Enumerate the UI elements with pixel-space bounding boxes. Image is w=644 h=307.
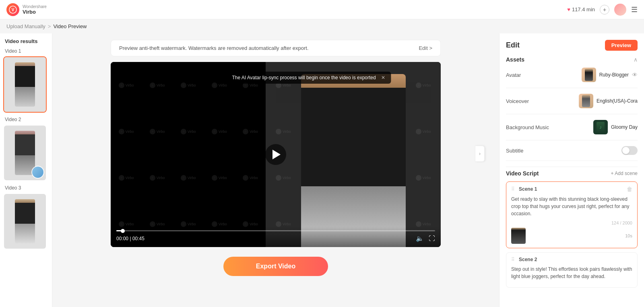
progress-dot: [121, 229, 125, 233]
avatar-label: Avatar: [506, 72, 546, 78]
preview-button[interactable]: Preview: [605, 40, 638, 51]
assets-title: Assets: [506, 56, 524, 63]
voiceover-row: Voiceover English(USA)-Cora: [506, 94, 638, 114]
left-sidebar: Video results Video 1 Video 2 Video 3: [0, 33, 52, 307]
music-value: ♪ Gloomy Day: [593, 120, 638, 134]
time-display: 00:00 | 00:45: [116, 236, 144, 241]
export-video-button[interactable]: Export Video: [223, 257, 328, 276]
assets-collapse-icon[interactable]: ∧: [634, 56, 638, 63]
play-icon: [272, 150, 281, 159]
fullscreen-icon[interactable]: ⛶: [429, 235, 435, 242]
drag-handle-icon[interactable]: ⠿: [511, 186, 515, 192]
panel-collapse-arrow[interactable]: ›: [475, 146, 485, 162]
breadcrumb-current: Video Preview: [53, 23, 87, 29]
time-total: 00:45: [132, 236, 144, 241]
voiceover-thumbnail: [579, 94, 593, 108]
edit-link[interactable]: Edit >: [419, 45, 432, 51]
video-player: ○Virbo ○Virbo ○Virbo ○Virbo ○Virbo ○Virb…: [111, 62, 441, 247]
user-avatar[interactable]: [614, 4, 626, 16]
avatar-visibility-icon[interactable]: 👁: [632, 72, 638, 78]
add-credits-button[interactable]: +: [600, 5, 609, 14]
scene-card-1: ⠿ Scene 1 🗑 Get ready to slay with this …: [506, 181, 638, 248]
video-2-label: Video 2: [3, 117, 49, 122]
subtitle-label: Subtitle: [506, 148, 546, 154]
control-icons: 🔈 ⛶: [416, 235, 435, 242]
scene-1-duration: 10s: [625, 233, 632, 238]
voiceover-value: English(USA)-Cora: [579, 94, 638, 108]
watermark-grid-left: ○Virbo ○Virbo ○Virbo ○Virbo ○Virbo ○Virb…: [111, 62, 266, 247]
scene-1-text: Get ready to slay with this stunning bla…: [511, 196, 632, 217]
script-title: Video Script: [506, 170, 539, 177]
music-name: Gloomy Day: [611, 124, 638, 130]
music-row: Background Music ♪ Gloomy Day: [506, 120, 638, 140]
divider: [506, 167, 638, 167]
avatar-value: Ruby-Blogger 👁: [582, 68, 638, 82]
app-title: Virbo: [23, 9, 47, 15]
menu-button[interactable]: ☰: [631, 5, 638, 14]
svg-text:V: V: [12, 8, 14, 12]
video-dark-panel: ○Virbo ○Virbo ○Virbo ○Virbo ○Virbo ○Virb…: [111, 62, 266, 247]
music-thumbnail: ♪: [593, 120, 608, 134]
video-1-label: Video 1: [3, 48, 49, 54]
tooltip-close-button[interactable]: ✕: [381, 75, 385, 80]
drag-handle-icon-2[interactable]: ⠿: [511, 257, 515, 262]
scene-1-name: Scene 1: [519, 186, 537, 192]
video-figure: [301, 74, 406, 247]
topbar-right: ♥ 117.4 min + ☰: [567, 4, 638, 16]
time-current: 00:00: [116, 236, 128, 241]
heart-icon: ♥: [567, 6, 570, 12]
watermark-notice: Preview anti-theft watermark. Watermarks…: [111, 40, 441, 56]
scene-2-name: Scene 2: [519, 257, 537, 262]
toggle-knob: [622, 147, 630, 154]
controls-row: 00:00 | 00:45 🔈 ⛶: [116, 235, 435, 242]
subtitle-toggle[interactable]: [621, 146, 638, 155]
small-avatar-2: [32, 167, 43, 178]
sidebar-title: Video results: [3, 38, 49, 44]
center-content: Preview anti-theft watermark. Watermarks…: [52, 33, 499, 307]
app-name-group: Wondershare Virbo: [23, 4, 47, 15]
right-panel-header: Edit Preview: [506, 40, 638, 51]
breadcrumb: Upload Manually > Video Preview: [0, 19, 644, 33]
video-3-label: Video 3: [3, 185, 49, 191]
play-button[interactable]: [265, 144, 286, 165]
app-brand: Wondershare: [23, 4, 47, 9]
topbar: V Wondershare Virbo ♥ 117.4 min + ☰: [0, 0, 644, 19]
video-thumbnail-3[interactable]: [3, 193, 47, 249]
avatar-name: Ruby-Blogger: [599, 72, 629, 78]
credits-value: 117.4 min: [572, 6, 595, 12]
scene-1-header: ⠿ Scene 1 🗑: [511, 186, 632, 192]
ai-tooltip: The AI Avatar lip-sync process will begi…: [226, 72, 391, 84]
tooltip-text: The AI Avatar lip-sync process will begi…: [232, 75, 376, 80]
video-thumbnail-2[interactable]: [3, 125, 47, 181]
scene-2-title-group: ⠿ Scene 2: [511, 257, 537, 262]
music-label: Background Music: [506, 124, 549, 130]
scene-2-text: Step out in style! This effortless look …: [511, 266, 632, 280]
topbar-left: V Wondershare Virbo: [6, 3, 47, 16]
credits-display: ♥ 117.4 min: [567, 6, 595, 12]
scene-1-title-group: ⠿ Scene 1: [511, 186, 537, 192]
video-controls: 00:00 | 00:45 🔈 ⛶: [111, 227, 441, 247]
watermark-notice-text: Preview anti-theft watermark. Watermarks…: [119, 45, 309, 51]
video-thumbnail-1[interactable]: [3, 56, 47, 113]
edit-panel-title: Edit: [506, 41, 520, 49]
breadcrumb-upload[interactable]: Upload Manually: [6, 23, 45, 29]
subtitle-value: [621, 146, 638, 155]
scene-1-footer: 10s: [511, 228, 632, 244]
scene-1-thumbnail: [511, 228, 526, 244]
volume-icon[interactable]: 🔈: [416, 235, 424, 242]
voiceover-name: English(USA)-Cora: [597, 98, 638, 104]
voiceover-label: Voiceover: [506, 98, 546, 104]
scene-1-char-count: 124 / 2000: [511, 220, 632, 225]
app-logo-icon: V: [6, 3, 19, 16]
progress-bar[interactable]: [116, 230, 435, 231]
scene-2-header: ⠿ Scene 2: [511, 257, 632, 262]
subtitle-row: Subtitle: [506, 146, 638, 161]
script-header: Video Script + Add scene: [506, 170, 638, 177]
scene-1-delete-icon[interactable]: 🗑: [627, 186, 632, 192]
right-panel: Edit Preview Assets ∧ Avatar Ruby-Blogge…: [499, 33, 644, 307]
video-right-panel: ○Virbo ○Virbo ○Virbo ○Virbo ○Virbo ○Virb…: [266, 62, 441, 247]
add-scene-button[interactable]: + Add scene: [611, 171, 638, 176]
scene-card-2: ⠿ Scene 2 Step out in style! This effort…: [506, 252, 638, 288]
assets-section-header: Assets ∧: [506, 56, 638, 63]
avatar-overlay-2: [31, 166, 44, 179]
